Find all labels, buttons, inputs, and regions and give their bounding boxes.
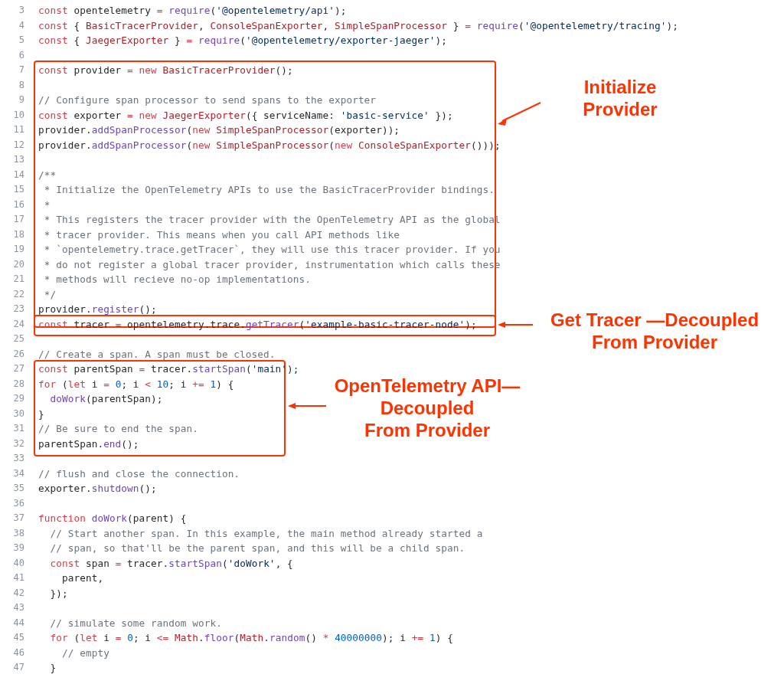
code-line[interactable]: * `opentelemetry.trace.getTracer`, they …: [38, 242, 778, 257]
line-number: 47: [0, 660, 31, 676]
svg-marker-1: [498, 118, 507, 126]
line-number: 30: [0, 407, 31, 422]
code-line[interactable]: // flush and close the connection.: [38, 466, 778, 482]
line-number: 17: [0, 212, 31, 227]
svg-marker-3: [498, 322, 505, 328]
line-number: 10: [0, 108, 31, 123]
line-number: 16: [0, 198, 31, 213]
line-number: 46: [0, 646, 31, 661]
line-number: 45: [0, 630, 31, 646]
code-line[interactable]: *: [38, 198, 778, 213]
line-number: 11: [0, 123, 31, 138]
code-line[interactable]: /**: [38, 168, 778, 183]
code-line[interactable]: * tracer provider. This means when you c…: [38, 227, 778, 243]
code-line[interactable]: [38, 48, 778, 64]
line-number: 19: [0, 242, 31, 257]
code-line[interactable]: [38, 601, 778, 616]
code-line[interactable]: const provider = new BasicTracerProvider…: [38, 63, 778, 78]
code-line[interactable]: * do not register a global tracer provid…: [38, 257, 778, 273]
arrow-gettracer: [496, 320, 534, 329]
line-number: 29: [0, 391, 31, 407]
line-number: 33: [0, 451, 31, 466]
code-line[interactable]: [38, 451, 778, 466]
annotation-gettracer: Get Tracer —Decoupled From Provider: [536, 309, 773, 354]
line-number: 41: [0, 571, 31, 586]
line-number: 18: [0, 227, 31, 243]
annotation-text: Provider: [583, 99, 657, 119]
annotation-initialize: Initialize Provider: [536, 77, 704, 121]
code-line[interactable]: function doWork(parent) {: [38, 511, 778, 526]
code-line[interactable]: [38, 496, 778, 512]
line-number: 40: [0, 556, 31, 571]
code-line[interactable]: exporter.shutdown();: [38, 481, 778, 496]
line-number: 42: [0, 586, 31, 601]
line-number: 15: [0, 182, 31, 198]
code-line[interactable]: const { BasicTracerProvider, ConsoleSpan…: [38, 18, 778, 34]
line-number: 36: [0, 496, 31, 512]
line-number: 38: [0, 526, 31, 542]
code-line[interactable]: * methods will recieve no-op implementat…: [38, 272, 778, 287]
code-line[interactable]: const parentSpan = tracer.startSpan('mai…: [38, 362, 778, 377]
code-editor: Initialize Provider Get Tracer —Decouple…: [0, 0, 784, 684]
line-number: 4: [0, 18, 31, 34]
code-line[interactable]: // Start another span. In this example, …: [38, 526, 778, 542]
annotation-text: From Provider: [364, 420, 490, 440]
code-line[interactable]: const span = tracer.startSpan('doWork', …: [38, 556, 778, 571]
code-line[interactable]: // empty: [38, 646, 778, 661]
line-number: 32: [0, 437, 31, 452]
code-line[interactable]: * Initialize the OpenTelemetry APIs to u…: [38, 182, 778, 198]
annotation-text: From Provider: [592, 332, 717, 352]
annotation-text: Decoupled: [381, 398, 475, 418]
code-line[interactable]: const { JaegerExporter } = require('@ope…: [38, 33, 778, 48]
line-number-gutter: 3456789101112131415161718192021222324252…: [0, 3, 31, 676]
line-number: 22: [0, 287, 31, 303]
line-number: 9: [0, 93, 31, 108]
svg-line-0: [502, 103, 541, 121]
line-number: 13: [0, 152, 31, 168]
code-line[interactable]: // simulate some random work.: [38, 616, 778, 631]
code-line[interactable]: */: [38, 287, 778, 303]
annotation-text: Initialize: [584, 77, 657, 97]
line-number: 39: [0, 541, 31, 556]
line-number: 23: [0, 302, 31, 317]
line-number: 20: [0, 257, 31, 273]
annotation-api: OpenTelemetry API— Decoupled From Provid…: [328, 375, 527, 441]
code-line[interactable]: });: [38, 586, 778, 601]
line-number: 8: [0, 78, 31, 93]
line-number: 12: [0, 138, 31, 153]
code-line[interactable]: provider.addSpanProcessor(new SimpleSpan…: [38, 123, 778, 138]
code-line[interactable]: // span, so that'll be the parent span, …: [38, 541, 778, 556]
code-line[interactable]: const opentelemetry = require('@opentele…: [38, 3, 778, 18]
line-number: 3: [0, 3, 31, 18]
line-number: 34: [0, 466, 31, 482]
line-number: 44: [0, 616, 31, 631]
code-line[interactable]: * This registers the tracer provider wit…: [38, 212, 778, 227]
code-line[interactable]: }: [38, 660, 778, 676]
line-number: 5: [0, 33, 31, 48]
code-line[interactable]: parent,: [38, 571, 778, 586]
line-number: 27: [0, 362, 31, 377]
line-number: 31: [0, 421, 31, 437]
line-number: 26: [0, 347, 31, 362]
code-line[interactable]: for (let i = 0; i <= Math.floor(Math.ran…: [38, 630, 778, 646]
arrow-api: [286, 401, 328, 411]
line-number: 25: [0, 332, 31, 347]
line-number: 6: [0, 48, 31, 64]
line-number: 43: [0, 601, 31, 616]
line-number: 21: [0, 272, 31, 287]
arrow-initialize: [496, 100, 542, 130]
line-number: 37: [0, 511, 31, 526]
code-line[interactable]: [38, 152, 778, 168]
line-number: 7: [0, 63, 31, 78]
annotation-text: OpenTelemetry API—: [335, 375, 521, 396]
line-number: 24: [0, 317, 31, 332]
line-number: 28: [0, 377, 31, 392]
annotation-text: Get Tracer —Decoupled: [550, 309, 759, 330]
code-line[interactable]: provider.addSpanProcessor(new SimpleSpan…: [38, 138, 778, 153]
line-number: 14: [0, 168, 31, 183]
svg-marker-5: [288, 403, 296, 409]
line-number: 35: [0, 481, 31, 496]
